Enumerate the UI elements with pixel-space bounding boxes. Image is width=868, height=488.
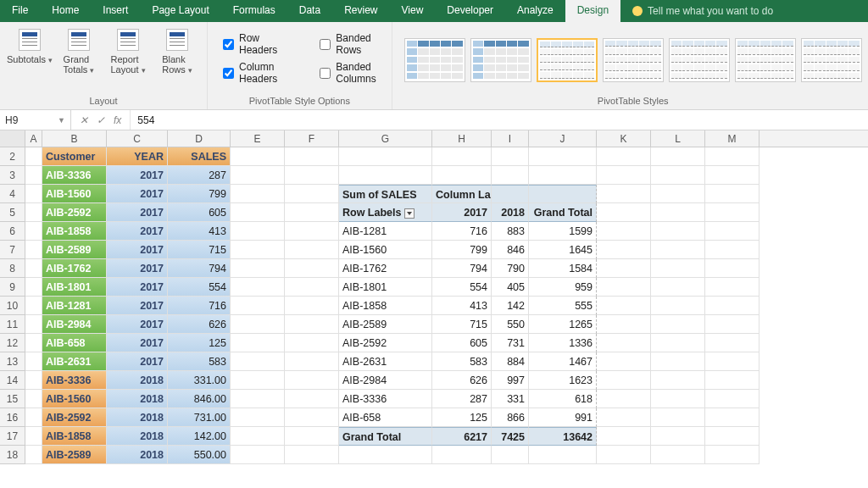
cell-K5[interactable]	[597, 203, 651, 222]
cell-M12[interactable]	[705, 334, 760, 352]
cell-A3[interactable]	[25, 166, 42, 185]
cell-I13[interactable]: 884	[492, 352, 529, 371]
cell-K18[interactable]	[597, 446, 651, 464]
cell-K4[interactable]	[597, 185, 651, 203]
row-header-6[interactable]: 6	[0, 222, 25, 241]
cell-A14[interactable]	[25, 371, 42, 390]
cell-G17[interactable]: Grand Total	[339, 427, 432, 446]
cell-G14[interactable]: AIB-2984	[339, 371, 432, 390]
cell-F15[interactable]	[285, 390, 339, 408]
col-header-H[interactable]: H	[432, 130, 492, 147]
cell-C2[interactable]: YEAR	[107, 147, 168, 166]
cell-D5[interactable]: 605	[168, 203, 231, 222]
cell-I12[interactable]: 731	[492, 334, 529, 352]
cell-I4[interactable]	[492, 185, 529, 203]
tab-data[interactable]: Data	[287, 0, 332, 22]
grand-totals-button[interactable]: GrandTotals ▾	[56, 25, 102, 94]
cell-M3[interactable]	[705, 166, 760, 185]
cell-I3[interactable]	[492, 166, 529, 185]
cell-B4[interactable]: AIB-1560	[42, 185, 107, 203]
cell-D8[interactable]: 794	[168, 259, 231, 278]
cell-M15[interactable]	[705, 390, 760, 408]
cell-B3[interactable]: AIB-3336	[42, 166, 107, 185]
cell-K2[interactable]	[597, 147, 651, 166]
tab-home[interactable]: Home	[40, 0, 91, 22]
cell-L13[interactable]	[651, 352, 705, 371]
checkbox-row-headers[interactable]: Row Headers	[223, 32, 277, 56]
cell-E16[interactable]	[231, 408, 285, 427]
cell-L14[interactable]	[651, 371, 705, 390]
cell-A11[interactable]	[25, 315, 42, 334]
cell-D2[interactable]: SALES	[168, 147, 231, 166]
cell-A6[interactable]	[25, 222, 42, 241]
cell-L12[interactable]	[651, 334, 705, 352]
cell-C18[interactable]: 2018	[107, 446, 168, 464]
col-header-D[interactable]: D	[168, 130, 231, 147]
cell-E12[interactable]	[231, 334, 285, 352]
cell-G8[interactable]: AIB-1762	[339, 259, 432, 278]
cell-J16[interactable]: 991	[529, 408, 597, 427]
cell-I6[interactable]: 883	[492, 222, 529, 241]
cell-M16[interactable]	[705, 408, 760, 427]
cell-J10[interactable]: 555	[529, 297, 597, 315]
col-header-G[interactable]: G	[339, 130, 432, 147]
cell-L2[interactable]	[651, 147, 705, 166]
cell-K17[interactable]	[597, 427, 651, 446]
enter-icon[interactable]: ✓	[97, 114, 105, 126]
cell-I2[interactable]	[492, 147, 529, 166]
col-header-F[interactable]: F	[285, 130, 339, 147]
cell-B5[interactable]: AIB-2592	[42, 203, 107, 222]
cell-E11[interactable]	[231, 315, 285, 334]
cell-F16[interactable]	[285, 408, 339, 427]
cells-area[interactable]: CustomerYEARSALESAIB-33362017287AIB-1560…	[25, 147, 760, 464]
cell-B18[interactable]: AIB-2589	[42, 446, 107, 464]
cell-F3[interactable]	[285, 166, 339, 185]
cell-I10[interactable]: 142	[492, 297, 529, 315]
cell-H11[interactable]: 715	[432, 315, 492, 334]
cell-E5[interactable]	[231, 203, 285, 222]
cell-L18[interactable]	[651, 446, 705, 464]
cell-C6[interactable]: 2017	[107, 222, 168, 241]
cell-A13[interactable]	[25, 352, 42, 371]
pivot-style-swatch[interactable]	[669, 38, 730, 82]
cell-I15[interactable]: 331	[492, 390, 529, 408]
cell-E7[interactable]	[231, 241, 285, 259]
cell-L15[interactable]	[651, 390, 705, 408]
col-header-C[interactable]: C	[107, 130, 168, 147]
cell-F4[interactable]	[285, 185, 339, 203]
cell-B2[interactable]: Customer	[42, 147, 107, 166]
row-header-11[interactable]: 11	[0, 315, 25, 334]
cell-M14[interactable]	[705, 371, 760, 390]
cell-J8[interactable]: 1584	[529, 259, 597, 278]
cell-B17[interactable]: AIB-1858	[42, 427, 107, 446]
cell-H5[interactable]: 2017	[432, 203, 492, 222]
cell-B11[interactable]: AIB-2984	[42, 315, 107, 334]
cell-F8[interactable]	[285, 259, 339, 278]
row-header-10[interactable]: 10	[0, 297, 25, 315]
cell-J15[interactable]: 618	[529, 390, 597, 408]
cell-B9[interactable]: AIB-1801	[42, 278, 107, 297]
cell-A18[interactable]	[25, 446, 42, 464]
cell-G15[interactable]: AIB-3336	[339, 390, 432, 408]
cell-K15[interactable]	[597, 390, 651, 408]
pivot-style-swatch[interactable]	[404, 38, 465, 82]
cell-K7[interactable]	[597, 241, 651, 259]
cell-I11[interactable]: 550	[492, 315, 529, 334]
row-header-17[interactable]: 17	[0, 427, 25, 446]
cell-H2[interactable]	[432, 147, 492, 166]
cell-G10[interactable]: AIB-1858	[339, 297, 432, 315]
tab-analyze[interactable]: Analyze	[505, 0, 565, 22]
cell-B14[interactable]: AIB-3336	[42, 371, 107, 390]
cell-H16[interactable]: 125	[432, 408, 492, 427]
cell-M10[interactable]	[705, 297, 760, 315]
cell-L10[interactable]	[651, 297, 705, 315]
cell-J2[interactable]	[529, 147, 597, 166]
row-header-13[interactable]: 13	[0, 352, 25, 371]
cell-G5[interactable]: Row Labels	[339, 203, 432, 222]
col-header-I[interactable]: I	[492, 130, 529, 147]
tab-design[interactable]: Design	[565, 0, 620, 22]
cell-A12[interactable]	[25, 334, 42, 352]
cell-C10[interactable]: 2017	[107, 297, 168, 315]
cell-M7[interactable]	[705, 241, 760, 259]
cell-F6[interactable]	[285, 222, 339, 241]
